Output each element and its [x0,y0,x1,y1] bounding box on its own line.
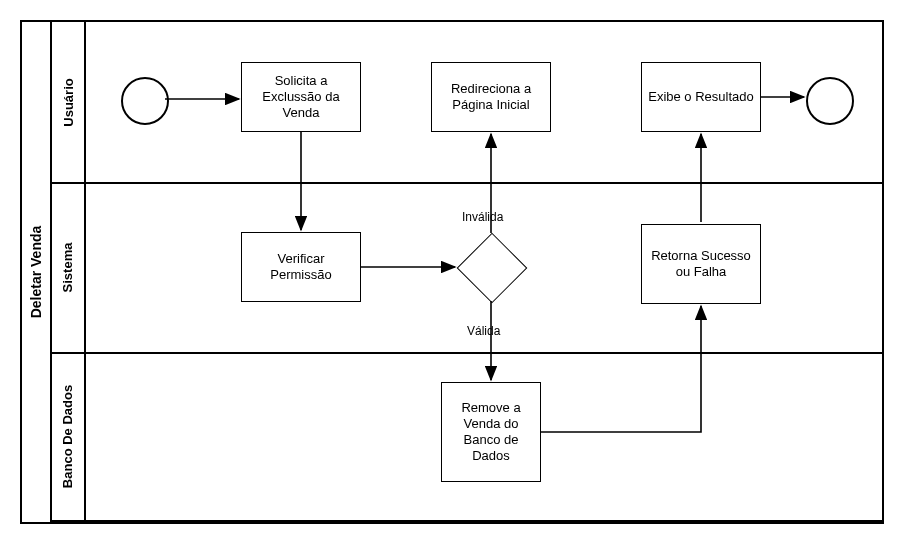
task-retorna: Retorna Sucesso ou Falha [641,224,761,304]
gateway-label-valida: Válida [467,324,500,338]
task-exibe-label: Exibe o Resultado [648,89,754,105]
gateway-label-invalida: Inválida [462,210,503,224]
task-redireciona-label: Redireciona a Página Inicial [436,81,546,114]
end-event [806,77,854,125]
pool-label-container: Deletar Venda [22,22,52,522]
task-solicita-label: Solicita a Exclussão da Venda [246,73,356,122]
gateway-decision [457,233,528,304]
lane-content-banco: Remove a Venda do Banco de Dados [86,352,882,520]
task-redireciona: Redireciona a Página Inicial [431,62,551,132]
pool-label: Deletar Venda [28,226,44,319]
lane-label-banco: Banco De Dados [61,384,76,487]
lane-label-sistema: Sistema [61,242,76,292]
task-remove: Remove a Venda do Banco de Dados [441,382,541,482]
lane-label-banco-container: Banco De Dados [52,352,86,520]
lane-usuario: Usuário Solicita a Exclussão da Venda Re… [52,22,882,184]
lane-label-usuario-container: Usuário [52,22,86,182]
task-verificar-label: Verificar Permissão [246,251,356,284]
task-retorna-label: Retorna Sucesso ou Falha [646,248,756,281]
task-remove-label: Remove a Venda do Banco de Dados [446,400,536,465]
task-verificar: Verificar Permissão [241,232,361,302]
task-exibe: Exibe o Resultado [641,62,761,132]
lane-content-usuario: Solicita a Exclussão da Venda Redirecion… [86,22,882,182]
lane-label-usuario: Usuário [61,78,76,126]
lanes-container: Usuário Solicita a Exclussão da Venda Re… [52,22,882,522]
lane-banco: Banco De Dados Remove a Venda do Banco d… [52,352,882,522]
lane-label-sistema-container: Sistema [52,182,86,352]
start-event [121,77,169,125]
task-solicita: Solicita a Exclussão da Venda [241,62,361,132]
bpmn-diagram: Deletar Venda Usuário Solicita a Excluss… [20,20,884,524]
